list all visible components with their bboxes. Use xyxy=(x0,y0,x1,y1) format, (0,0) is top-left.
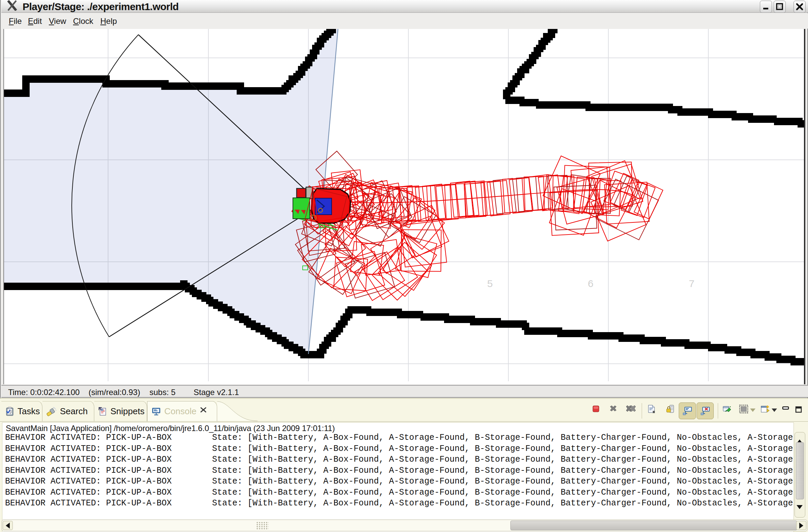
svg-text:6: 6 xyxy=(588,278,593,289)
svg-text:5: 5 xyxy=(487,278,493,289)
svg-text:7: 7 xyxy=(689,278,695,289)
